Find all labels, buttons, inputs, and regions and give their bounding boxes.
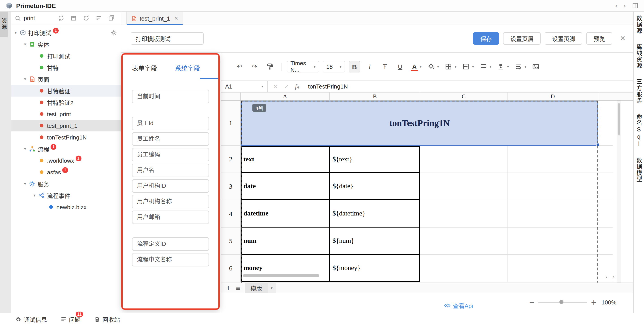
tab-system-fields[interactable]: 系统字段 xyxy=(175,63,200,72)
preview-button[interactable]: 预览 xyxy=(586,32,612,45)
vertical-align-button[interactable]: ▾ xyxy=(495,61,509,72)
expander-icon[interactable]: ▾ xyxy=(22,147,28,151)
expander-icon[interactable]: ▾ xyxy=(22,42,28,46)
field-chip[interactable]: 员工姓名 xyxy=(132,132,209,146)
tree-item[interactable]: 甘特 xyxy=(11,62,121,73)
right-rail-tab[interactable]: 数据源 xyxy=(634,15,643,34)
row-number[interactable]: 4 xyxy=(221,200,241,228)
column-header-C[interactable]: C xyxy=(420,92,508,101)
tree-item[interactable]: asfas 1 xyxy=(11,166,121,178)
zoom-in-icon[interactable]: + xyxy=(591,298,596,307)
cell-col-a[interactable]: text xyxy=(241,146,330,173)
column-header-D[interactable]: D xyxy=(508,92,598,101)
tree-item[interactable]: test_print_1 xyxy=(11,120,121,131)
tree-item[interactable]: .workflowx 1 xyxy=(11,155,121,166)
horizontal-scrollbar[interactable] xyxy=(243,274,319,277)
cell-col-a[interactable]: date xyxy=(241,173,330,200)
field-chip[interactable]: 用户机构ID xyxy=(132,179,209,193)
sort-icon[interactable] xyxy=(95,15,102,21)
right-rail-tab[interactable]: 命名Sql xyxy=(634,114,643,148)
tree-item[interactable]: tonTestPring1N xyxy=(11,131,121,143)
right-rail-tab[interactable]: 离线资源 xyxy=(634,44,643,69)
cell-col-d[interactable] xyxy=(508,255,598,282)
insert-image-icon[interactable] xyxy=(530,61,542,72)
expander-icon[interactable]: ▾ xyxy=(22,182,28,186)
recycle-bin-item[interactable]: 回收站 xyxy=(94,315,120,324)
tree-item[interactable]: newbiz.bizx xyxy=(11,201,121,213)
cell-col-a[interactable]: num xyxy=(241,228,330,255)
expander-icon[interactable]: ▾ xyxy=(22,77,28,81)
layout-toggle-icon[interactable] xyxy=(632,2,639,9)
cell-col-c[interactable] xyxy=(420,200,508,228)
formula-confirm-icon[interactable]: ✓ xyxy=(284,83,289,90)
strikethrough-button[interactable]: Ŧ xyxy=(379,61,391,72)
save-button[interactable]: 保存 xyxy=(473,32,499,45)
debug-info-item[interactable]: 调试信息 xyxy=(15,315,47,324)
right-rail-tab[interactable]: 三方服务 xyxy=(634,79,643,104)
cell-col-b[interactable]: ${datetime} xyxy=(330,200,420,228)
search-input[interactable] xyxy=(24,15,58,21)
add-sheet-icon[interactable]: + xyxy=(226,284,231,292)
cell-col-a[interactable]: datetime xyxy=(241,200,330,228)
field-chip[interactable]: 员工Id xyxy=(132,117,209,130)
set-page-header-button[interactable]: 设置页眉 xyxy=(503,32,541,45)
tree-item[interactable]: ▾ 实体 xyxy=(11,38,121,50)
text-wrap-button[interactable]: ▾ xyxy=(512,61,526,72)
selection-fill-handle[interactable] xyxy=(596,143,599,146)
row-number[interactable]: 2 xyxy=(221,146,241,173)
sheet-list-icon[interactable]: ≡ xyxy=(236,285,240,291)
cell-reference-box[interactable]: A1 ▾ xyxy=(221,81,268,92)
tab-form-fields[interactable]: 表单字段 xyxy=(132,63,157,72)
tab-test-print-1[interactable]: test_print_1 ✕ xyxy=(126,12,183,25)
cell-col-b[interactable]: ${money} xyxy=(330,255,420,282)
expander-icon[interactable]: ▾ xyxy=(12,30,19,35)
header-corner[interactable] xyxy=(221,92,241,101)
package-icon[interactable] xyxy=(70,15,77,21)
rail-tab-resources[interactable]: 资源 xyxy=(0,12,8,37)
field-chip[interactable]: 用户机构名称 xyxy=(132,195,209,208)
undo-icon[interactable]: ↶ xyxy=(234,61,245,72)
font-family-select[interactable]: Times N...▾ xyxy=(287,61,319,72)
merge-cells-button[interactable]: ▾ xyxy=(460,61,474,72)
settings-gear-icon[interactable] xyxy=(110,29,117,36)
underline-button[interactable]: U xyxy=(394,61,406,72)
scrollbar-thumb[interactable] xyxy=(618,103,620,135)
zoom-slider[interactable] xyxy=(538,302,587,303)
tree-item[interactable]: 甘特验证2 xyxy=(11,97,121,108)
field-chip[interactable]: 流程定义ID xyxy=(132,237,209,251)
font-color-button[interactable]: A ▾ xyxy=(410,61,422,72)
italic-button[interactable]: I xyxy=(364,61,376,72)
open-new-icon[interactable] xyxy=(108,15,114,21)
field-chip[interactable]: 用户名 xyxy=(132,164,209,177)
view-api-link[interactable]: 查看Api xyxy=(444,301,473,310)
column-header-B[interactable]: B xyxy=(330,92,420,101)
cell-col-a[interactable]: money xyxy=(241,255,330,282)
cell-col-b[interactable]: ${text} xyxy=(330,146,420,173)
cell-col-d[interactable] xyxy=(508,146,598,173)
scroll-left-icon[interactable]: ‹ xyxy=(604,274,609,279)
cell-col-d[interactable] xyxy=(508,200,598,228)
fx-icon[interactable]: fx xyxy=(295,83,300,90)
tab-close-icon[interactable]: ✕ xyxy=(174,15,178,21)
refresh-icon[interactable] xyxy=(83,15,90,21)
cell-col-c[interactable] xyxy=(420,255,508,282)
tree-item[interactable]: test_print xyxy=(11,108,121,120)
template-name-input[interactable] xyxy=(131,32,204,45)
formula-cancel-icon[interactable]: ✕ xyxy=(274,83,278,90)
column-header-A[interactable]: A xyxy=(241,92,330,101)
field-chip[interactable]: 流程中文名称 xyxy=(132,253,209,267)
tree-item[interactable]: 打印测试 xyxy=(11,50,121,62)
zoom-out-icon[interactable]: − xyxy=(529,298,534,307)
cell-col-d[interactable] xyxy=(508,228,598,255)
cell-col-b[interactable]: ${num} xyxy=(330,228,420,255)
formula-input[interactable]: tonTestPring1N xyxy=(308,83,348,90)
row-number[interactable]: 5 xyxy=(221,228,241,255)
bold-button[interactable]: B xyxy=(349,61,360,72)
tree-item[interactable]: ▾ 打印测试 1 xyxy=(11,27,121,38)
zoom-slider-knob[interactable] xyxy=(560,300,564,304)
scroll-right-icon[interactable]: › xyxy=(611,274,616,279)
row-number[interactable]: 1 xyxy=(221,101,241,146)
fill-color-button[interactable]: ▾ xyxy=(425,61,439,72)
sheet-tab-template[interactable]: 模版 ▾ xyxy=(245,283,276,293)
cell-col-c[interactable] xyxy=(420,173,508,200)
